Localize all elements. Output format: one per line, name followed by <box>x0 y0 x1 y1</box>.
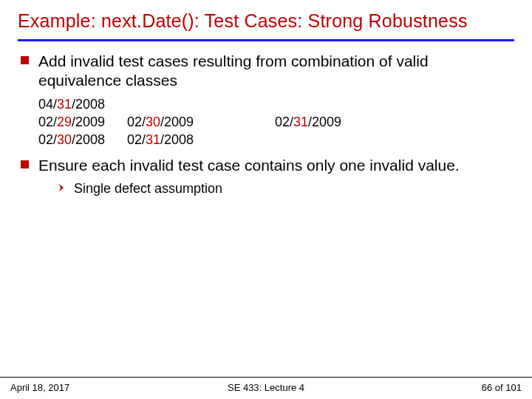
slide-footer: April 18, 2017 SE 433: Lecture 4 66 of 1… <box>0 377 532 399</box>
slide: Example: next.Date(): Test Cases: Strong… <box>0 0 532 399</box>
dates-block: 04/31/2008 02/29/2009 02/30/2009 02/31/2… <box>18 95 514 149</box>
bullet-item-2: Ensure each invalid test case contains o… <box>18 156 514 175</box>
sub-bullet-text: Single defect assumption <box>74 181 222 196</box>
date-cell: 02/31/2009 <box>275 113 364 131</box>
footer-page: 66 of 101 <box>482 382 522 393</box>
sub-bullet-list: Single defect assumption <box>18 180 514 197</box>
dates-row-1: 04/31/2008 <box>38 95 514 113</box>
bullet-text: Add invalid test cases resulting from co… <box>38 52 429 89</box>
bullet-text: Ensure each invalid test case contains o… <box>38 157 460 174</box>
dates-row-2: 02/29/2009 02/30/2009 02/31/2009 <box>38 113 514 131</box>
sub-bullet-item: Single defect assumption <box>58 180 514 197</box>
date-cell: 02/29/2009 <box>38 113 127 131</box>
date-cell: 02/30/2008 <box>38 131 127 149</box>
dates-row-3: 02/30/2008 02/31/2008 <box>38 131 514 149</box>
bullet-list-2: Ensure each invalid test case contains o… <box>18 156 514 175</box>
date-cell: 02/30/2009 <box>127 113 275 131</box>
footer-date: April 18, 2017 <box>10 382 69 393</box>
footer-course: SE 433: Lecture 4 <box>228 382 304 393</box>
slide-title: Example: next.Date(): Test Cases: Strong… <box>18 10 514 32</box>
bullet-list: Add invalid test cases resulting from co… <box>18 52 514 91</box>
date-cell: 04/31/2008 <box>38 95 127 113</box>
square-bullet-icon <box>21 56 29 64</box>
square-bullet-icon <box>21 160 29 168</box>
title-rule <box>18 39 514 41</box>
date-cell: 02/31/2008 <box>127 131 216 149</box>
bullet-item-1: Add invalid test cases resulting from co… <box>18 52 514 91</box>
